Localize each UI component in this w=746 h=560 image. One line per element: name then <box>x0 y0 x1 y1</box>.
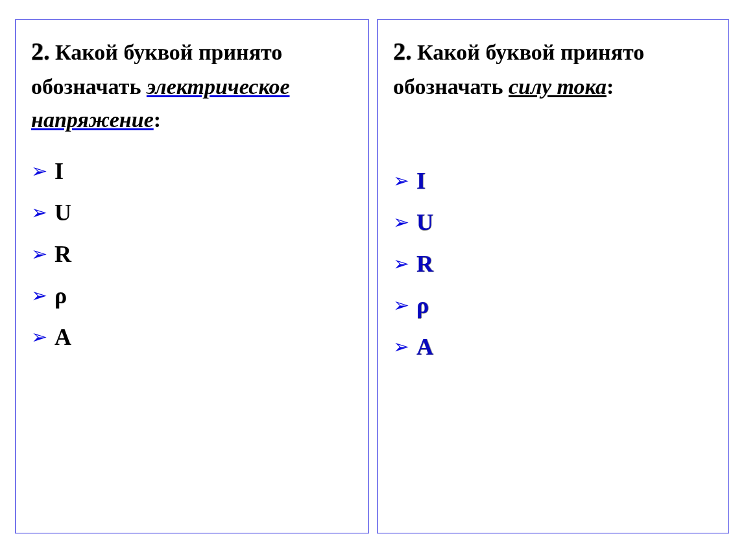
bullet-icon: ➢ <box>393 171 413 191</box>
question-suffix-left: : <box>154 108 161 132</box>
bullet-icon: ➢ <box>393 213 413 232</box>
spacer <box>31 148 354 150</box>
option-item: ➢ I <box>31 159 354 183</box>
slide-stage: 2. Какой буквой принято обозначать элект… <box>0 0 746 560</box>
question-text-right: 2. Какой буквой принято обозначать силу … <box>393 33 714 103</box>
question-suffix-right: : <box>607 75 614 99</box>
option-item: ➢ I <box>393 169 714 192</box>
spacer <box>393 115 714 160</box>
option-text: ρ <box>416 294 429 317</box>
option-item: ➢ U <box>31 201 354 224</box>
option-text: R <box>54 242 71 266</box>
option-text: U <box>54 201 71 224</box>
question-number-right: 2. <box>393 38 412 65</box>
option-text: A <box>54 325 71 349</box>
option-item: ➢ U <box>393 211 714 234</box>
option-item: ➢ R <box>393 252 714 275</box>
bullet-icon: ➢ <box>31 244 51 264</box>
question-keyword-right: силу тока <box>509 75 607 99</box>
options-list-right: ➢ I ➢ U ➢ R ➢ ρ ➢ A <box>393 169 714 358</box>
question-text-left: 2. Какой буквой принято обозначать элект… <box>31 33 354 136</box>
bullet-icon: ➢ <box>393 254 413 274</box>
bullet-icon: ➢ <box>31 161 51 181</box>
option-text: I <box>416 169 426 192</box>
option-text: U <box>416 211 433 234</box>
question-number-left: 2. <box>31 38 50 65</box>
option-item: ➢ ρ <box>393 294 714 317</box>
option-text: I <box>54 159 64 183</box>
options-list-left: ➢ I ➢ U ➢ R ➢ ρ ➢ A <box>31 159 354 349</box>
bullet-icon: ➢ <box>393 337 413 356</box>
question-panel-left: 2. Какой буквой принято обозначать элект… <box>15 19 369 533</box>
option-item: ➢ A <box>31 325 354 349</box>
option-text: A <box>416 335 433 358</box>
option-text: ρ <box>54 284 67 307</box>
bullet-icon: ➢ <box>31 203 51 222</box>
option-item: ➢ R <box>31 242 354 266</box>
option-text: R <box>416 252 433 275</box>
bullet-icon: ➢ <box>31 327 51 347</box>
bullet-icon: ➢ <box>393 296 413 315</box>
question-panel-right: 2. Какой буквой принято обозначать силу … <box>377 19 729 533</box>
option-item: ➢ A <box>393 335 714 358</box>
option-item: ➢ ρ <box>31 284 354 307</box>
bullet-icon: ➢ <box>31 286 51 305</box>
